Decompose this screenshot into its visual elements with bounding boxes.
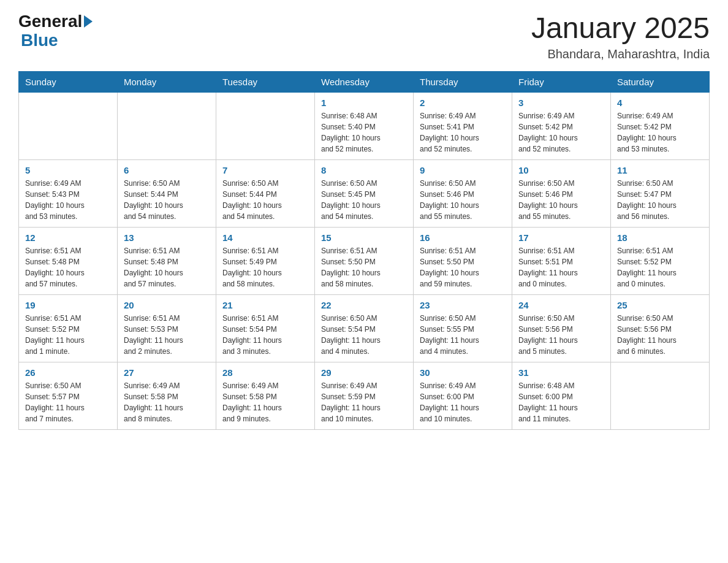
calendar-cell: 10Sunrise: 6:50 AM Sunset: 5:46 PM Dayli… (512, 159, 611, 227)
day-info: Sunrise: 6:50 AM Sunset: 5:47 PM Dayligh… (617, 178, 703, 222)
day-number: 14 (222, 232, 308, 243)
calendar-cell: 30Sunrise: 6:49 AM Sunset: 6:00 PM Dayli… (414, 362, 512, 429)
calendar-cell: 21Sunrise: 6:51 AM Sunset: 5:54 PM Dayli… (216, 294, 315, 362)
calendar-cell: 20Sunrise: 6:51 AM Sunset: 5:53 PM Dayli… (118, 294, 216, 362)
calendar-cell: 31Sunrise: 6:48 AM Sunset: 6:00 PM Dayli… (512, 362, 611, 429)
calendar-cell: 29Sunrise: 6:49 AM Sunset: 5:59 PM Dayli… (315, 362, 414, 429)
day-info: Sunrise: 6:50 AM Sunset: 5:46 PM Dayligh… (518, 178, 604, 222)
calendar-cell (118, 92, 216, 159)
day-number: 28 (222, 367, 308, 378)
day-number: 18 (617, 232, 703, 243)
day-info: Sunrise: 6:51 AM Sunset: 5:50 PM Dayligh… (321, 245, 407, 289)
day-info: Sunrise: 6:49 AM Sunset: 5:42 PM Dayligh… (518, 110, 604, 155)
day-info: Sunrise: 6:50 AM Sunset: 5:54 PM Dayligh… (321, 313, 407, 357)
day-number: 9 (420, 165, 506, 175)
day-number: 20 (124, 300, 210, 310)
day-info: Sunrise: 6:49 AM Sunset: 5:58 PM Dayligh… (222, 380, 308, 424)
day-header-sunday: Sunday (19, 71, 118, 92)
week-row-4: 19Sunrise: 6:51 AM Sunset: 5:52 PM Dayli… (19, 294, 710, 362)
day-header-saturday: Saturday (611, 71, 710, 92)
calendar-cell: 12Sunrise: 6:51 AM Sunset: 5:48 PM Dayli… (19, 227, 118, 294)
day-number: 24 (518, 300, 604, 310)
day-info: Sunrise: 6:50 AM Sunset: 5:45 PM Dayligh… (321, 178, 407, 222)
week-row-1: 1Sunrise: 6:48 AM Sunset: 5:40 PM Daylig… (19, 92, 710, 159)
calendar-cell: 25Sunrise: 6:50 AM Sunset: 5:56 PM Dayli… (611, 294, 710, 362)
day-number: 2 (420, 98, 506, 108)
day-number: 7 (222, 165, 308, 175)
calendar-cell: 14Sunrise: 6:51 AM Sunset: 5:49 PM Dayli… (216, 227, 315, 294)
day-info: Sunrise: 6:51 AM Sunset: 5:48 PM Dayligh… (25, 245, 111, 289)
day-number: 27 (124, 367, 210, 378)
calendar-cell: 4Sunrise: 6:49 AM Sunset: 5:42 PM Daylig… (611, 92, 710, 159)
day-info: Sunrise: 6:51 AM Sunset: 5:50 PM Dayligh… (420, 245, 506, 289)
day-number: 1 (321, 98, 407, 108)
calendar-cell: 8Sunrise: 6:50 AM Sunset: 5:45 PM Daylig… (315, 159, 414, 227)
day-number: 13 (124, 232, 210, 243)
calendar-cell (216, 92, 315, 159)
day-info: Sunrise: 6:49 AM Sunset: 5:41 PM Dayligh… (420, 110, 506, 155)
calendar-cell: 11Sunrise: 6:50 AM Sunset: 5:47 PM Dayli… (611, 159, 710, 227)
page-header: General Blue January 2025 Bhandara, Maha… (18, 12, 710, 61)
day-info: Sunrise: 6:50 AM Sunset: 5:57 PM Dayligh… (25, 380, 111, 424)
day-number: 30 (420, 367, 506, 378)
calendar-cell: 28Sunrise: 6:49 AM Sunset: 5:58 PM Dayli… (216, 362, 315, 429)
location-title: Bhandara, Maharashtra, India (531, 47, 710, 61)
day-header-tuesday: Tuesday (216, 71, 315, 92)
logo-general-text: General (18, 12, 82, 31)
day-info: Sunrise: 6:50 AM Sunset: 5:44 PM Dayligh… (222, 178, 308, 222)
days-header-row: SundayMondayTuesdayWednesdayThursdayFrid… (19, 71, 710, 92)
calendar-cell (611, 362, 710, 429)
logo: General Blue (18, 12, 93, 50)
day-number: 22 (321, 300, 407, 310)
calendar-cell: 6Sunrise: 6:50 AM Sunset: 5:44 PM Daylig… (118, 159, 216, 227)
day-number: 11 (617, 165, 703, 175)
day-info: Sunrise: 6:51 AM Sunset: 5:52 PM Dayligh… (617, 245, 703, 289)
logo-triangle-icon (84, 15, 93, 28)
day-info: Sunrise: 6:51 AM Sunset: 5:54 PM Dayligh… (222, 313, 308, 357)
day-number: 31 (518, 367, 604, 378)
day-info: Sunrise: 6:49 AM Sunset: 5:43 PM Dayligh… (25, 178, 111, 222)
day-info: Sunrise: 6:48 AM Sunset: 5:40 PM Dayligh… (321, 110, 407, 155)
calendar-cell (19, 92, 118, 159)
week-row-3: 12Sunrise: 6:51 AM Sunset: 5:48 PM Dayli… (19, 227, 710, 294)
calendar-cell: 13Sunrise: 6:51 AM Sunset: 5:48 PM Dayli… (118, 227, 216, 294)
day-number: 10 (518, 165, 604, 175)
title-block: January 2025 Bhandara, Maharashtra, Indi… (531, 12, 710, 61)
week-row-5: 26Sunrise: 6:50 AM Sunset: 5:57 PM Dayli… (19, 362, 710, 429)
day-number: 8 (321, 165, 407, 175)
day-header-friday: Friday (512, 71, 611, 92)
day-number: 16 (420, 232, 506, 243)
logo-blue-text: Blue (18, 31, 93, 50)
calendar-cell: 24Sunrise: 6:50 AM Sunset: 5:56 PM Dayli… (512, 294, 611, 362)
day-info: Sunrise: 6:50 AM Sunset: 5:46 PM Dayligh… (420, 178, 506, 222)
day-number: 15 (321, 232, 407, 243)
day-number: 21 (222, 300, 308, 310)
day-number: 12 (25, 232, 111, 243)
calendar-cell: 23Sunrise: 6:50 AM Sunset: 5:55 PM Dayli… (414, 294, 512, 362)
calendar-cell: 18Sunrise: 6:51 AM Sunset: 5:52 PM Dayli… (611, 227, 710, 294)
calendar-cell: 17Sunrise: 6:51 AM Sunset: 5:51 PM Dayli… (512, 227, 611, 294)
day-number: 19 (25, 300, 111, 310)
calendar-cell: 2Sunrise: 6:49 AM Sunset: 5:41 PM Daylig… (414, 92, 512, 159)
calendar-cell: 3Sunrise: 6:49 AM Sunset: 5:42 PM Daylig… (512, 92, 611, 159)
day-number: 6 (124, 165, 210, 175)
day-info: Sunrise: 6:50 AM Sunset: 5:55 PM Dayligh… (420, 313, 506, 357)
calendar-cell: 7Sunrise: 6:50 AM Sunset: 5:44 PM Daylig… (216, 159, 315, 227)
day-header-wednesday: Wednesday (315, 71, 414, 92)
day-header-monday: Monday (118, 71, 216, 92)
day-info: Sunrise: 6:51 AM Sunset: 5:53 PM Dayligh… (124, 313, 210, 357)
calendar-cell: 9Sunrise: 6:50 AM Sunset: 5:46 PM Daylig… (414, 159, 512, 227)
day-number: 26 (25, 367, 111, 378)
day-number: 29 (321, 367, 407, 378)
day-info: Sunrise: 6:51 AM Sunset: 5:52 PM Dayligh… (25, 313, 111, 357)
day-number: 25 (617, 300, 703, 310)
calendar-cell: 22Sunrise: 6:50 AM Sunset: 5:54 PM Dayli… (315, 294, 414, 362)
day-info: Sunrise: 6:50 AM Sunset: 5:44 PM Dayligh… (124, 178, 210, 222)
day-info: Sunrise: 6:49 AM Sunset: 6:00 PM Dayligh… (420, 380, 506, 424)
day-info: Sunrise: 6:49 AM Sunset: 5:59 PM Dayligh… (321, 380, 407, 424)
calendar-cell: 15Sunrise: 6:51 AM Sunset: 5:50 PM Dayli… (315, 227, 414, 294)
day-number: 23 (420, 300, 506, 310)
calendar-table: SundayMondayTuesdayWednesdayThursdayFrid… (18, 71, 710, 430)
day-number: 5 (25, 165, 111, 175)
month-title: January 2025 (531, 12, 710, 45)
